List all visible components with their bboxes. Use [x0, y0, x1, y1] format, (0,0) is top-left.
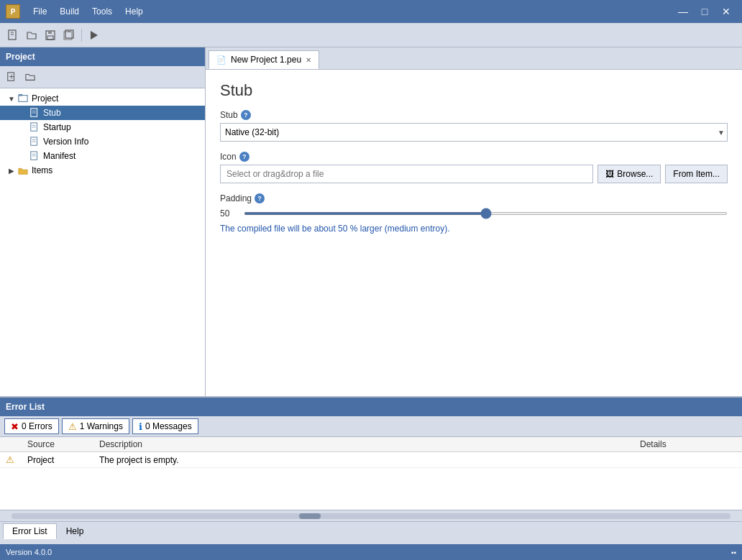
messages-filter-btn[interactable]: ℹ 0 Messages	[132, 418, 198, 434]
version-icon	[29, 136, 40, 147]
horizontal-scrollbar[interactable]	[0, 510, 742, 521]
errors-filter-btn[interactable]: ✖ 0 Errors	[4, 418, 59, 434]
build-button[interactable]	[86, 27, 103, 44]
tree-label-version: Version Info	[43, 137, 88, 147]
svg-rect-4	[48, 31, 52, 34]
col-details-header: Details	[634, 437, 742, 452]
warnings-filter-btn[interactable]: ⚠ 1 Warnings	[62, 418, 129, 434]
titlebar: P File Build Tools Help — □ ✕	[0, 0, 742, 23]
svg-rect-13	[19, 96, 27, 102]
tree-label-startup: Startup	[43, 122, 71, 132]
menu-file[interactable]: File	[27, 5, 52, 18]
from-item-label: From Item...	[673, 169, 720, 179]
version-text: Version 4.0.0	[6, 548, 52, 556]
errors-count: 0 Errors	[22, 421, 52, 431]
new-button[interactable]	[4, 27, 22, 44]
tree-item-startup[interactable]: ▶ Startup	[0, 120, 205, 134]
tab-new-project[interactable]: 📄 New Project 1.peu ✕	[209, 50, 319, 69]
padding-help-icon[interactable]: ?	[255, 193, 265, 203]
error-icon: ✖	[11, 421, 19, 432]
icon-row: Icon ? 🖼 Browse... From Item...	[220, 152, 728, 183]
open-button[interactable]	[23, 27, 40, 44]
warning-icon: ⚠	[68, 421, 77, 432]
project-icon	[17, 93, 29, 104]
row-icon-cell: ⚠	[0, 452, 22, 468]
svg-marker-9	[91, 31, 98, 40]
tab-icon: 📄	[216, 55, 226, 65]
tab-content-area: 📄 New Project 1.peu ✕ Stub Stub ?	[206, 47, 742, 396]
form-area: Stub Stub ? Native (32-bit) Native (64-b…	[206, 70, 742, 255]
tree-item-items[interactable]: ▶ Items	[0, 163, 205, 178]
content-area: Project ▼ Project	[0, 47, 742, 396]
tab-bar: 📄 New Project 1.peu ✕	[206, 47, 742, 70]
svg-rect-5	[47, 36, 53, 40]
tree-item-manifest[interactable]: ▶ Manifest	[0, 149, 205, 163]
main-layout: Project ▼ Project	[0, 47, 742, 540]
maximize-button[interactable]: □	[695, 3, 715, 20]
tree-item-project[interactable]: ▼ Project	[0, 91, 205, 106]
stub-select-wrapper: Native (32-bit) Native (64-bit) GUI (32-…	[220, 123, 728, 142]
tree-label-items: Items	[32, 165, 52, 175]
error-table: Source Description Details ⚠ Project The…	[0, 437, 742, 510]
bottom-tabs: Error List Help	[0, 521, 742, 540]
tree-toggle-project[interactable]: ▼	[6, 93, 17, 104]
browse-button[interactable]: 🖼 Browse...	[597, 165, 661, 183]
scrollbar-thumb[interactable]	[299, 513, 321, 519]
padding-slider[interactable]	[244, 212, 728, 215]
minimize-button[interactable]: —	[673, 3, 693, 20]
messages-count: 0 Messages	[145, 421, 192, 431]
menu-build[interactable]: Build	[54, 5, 85, 18]
tree-toggle-items[interactable]: ▶	[6, 165, 17, 176]
tree-label-project: Project	[32, 93, 58, 104]
stub-select[interactable]: Native (32-bit) Native (64-bit) GUI (32-…	[220, 123, 728, 142]
sidebar-new-btn[interactable]	[3, 68, 20, 86]
form-title: Stub	[220, 81, 728, 100]
row-source-cell: Project	[22, 452, 93, 468]
from-item-button[interactable]: From Item...	[665, 165, 728, 183]
tab-error-list[interactable]: Error List	[3, 523, 57, 539]
padding-value: 50	[220, 208, 238, 219]
bottom-panel: Error List ✖ 0 Errors ⚠ 1 Warnings ℹ 0 M…	[0, 396, 742, 540]
menu-tools[interactable]: Tools	[86, 5, 118, 18]
save-all-button[interactable]	[60, 27, 78, 44]
tab-help[interactable]: Help	[57, 523, 93, 539]
padding-hint: The compiled file will be about 50 % lar…	[220, 224, 728, 234]
svg-rect-15	[31, 109, 37, 116]
padding-row: Padding ? 50 The compiled file will be a…	[220, 193, 728, 234]
items-folder-icon	[17, 165, 29, 176]
error-toolbar: ✖ 0 Errors ⚠ 1 Warnings ℹ 0 Messages	[0, 416, 742, 437]
menu-bar: File Build Tools Help	[27, 5, 149, 18]
icon-input-row: 🖼 Browse... From Item...	[220, 165, 728, 183]
stub-help-icon[interactable]: ?	[241, 110, 251, 120]
close-button[interactable]: ✕	[716, 3, 736, 20]
browse-label: Browse...	[617, 169, 653, 179]
menu-help[interactable]: Help	[119, 5, 149, 18]
sidebar-title: Project	[6, 52, 35, 62]
table-row[interactable]: ⚠ Project The project is empty.	[0, 452, 742, 468]
content-panel: Stub Stub ? Native (32-bit) Native (64-b…	[206, 70, 742, 396]
tree-item-version-info[interactable]: ▶ Version Info	[0, 134, 205, 149]
error-panel-header: Error List	[0, 398, 742, 416]
row-description-cell: The project is empty.	[93, 452, 634, 468]
tree-item-stub[interactable]: ▶ Stub	[0, 106, 205, 120]
col-icon-header	[0, 437, 22, 452]
tree-label-stub: Stub	[43, 108, 61, 118]
save-button[interactable]	[42, 27, 59, 44]
browse-icon: 🖼	[605, 169, 614, 179]
padding-label-row: Padding ?	[220, 193, 728, 203]
slider-container	[244, 206, 728, 221]
app-icon: P	[6, 4, 20, 19]
svg-rect-21	[31, 137, 37, 145]
error-panel-title: Error List	[6, 402, 45, 412]
window-controls: — □ ✕	[673, 3, 736, 20]
toolbar-separator	[81, 29, 82, 42]
sidebar-folder-btn[interactable]	[22, 68, 39, 86]
icon-field-label: Icon	[220, 152, 237, 162]
icon-help-icon[interactable]: ?	[239, 152, 249, 162]
tab-close-btn[interactable]: ✕	[306, 56, 311, 64]
manifest-icon	[29, 150, 40, 162]
slider-row: 50	[220, 206, 728, 221]
svg-rect-18	[31, 123, 37, 131]
icon-file-input[interactable]	[220, 165, 593, 183]
svg-rect-24	[31, 152, 37, 160]
